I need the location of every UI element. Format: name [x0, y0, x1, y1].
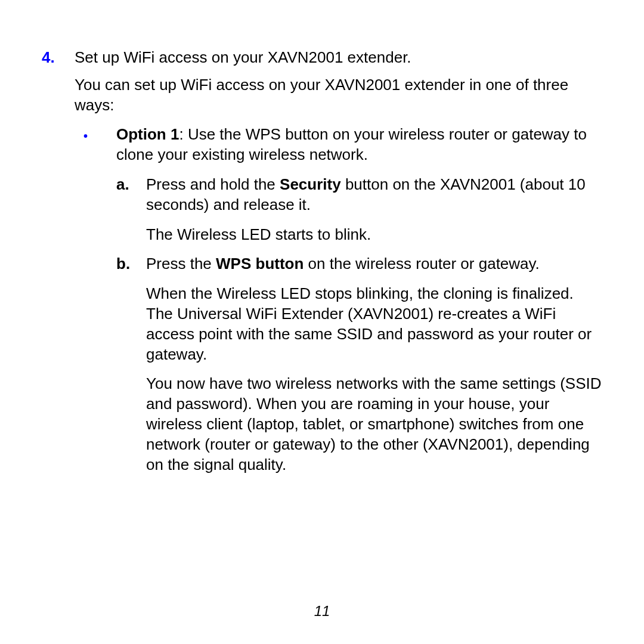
step-title: Set up WiFi access on your XAVN2001 exte… — [75, 48, 602, 68]
sub-b-pre: Press the — [146, 255, 216, 273]
sub-marker-a: a. — [116, 175, 146, 195]
sub-b-post: on the wireless router or gateway. — [304, 255, 539, 273]
sub-a-para1: The Wireless LED starts to blink. — [146, 225, 602, 245]
sublist: a. Press and hold the Security button on… — [116, 175, 602, 475]
page-number: 11 — [0, 602, 644, 620]
option-bullet: • Option 1: Use the WPS button on your w… — [83, 125, 602, 165]
step-description: You can set up WiFi access on your XAVN2… — [75, 75, 602, 116]
sub-b-para2: You now have two wireless networks with … — [146, 374, 602, 475]
step-item: 4. Set up WiFi access on your XAVN2001 e… — [42, 48, 602, 68]
sub-b-para1: When the Wireless LED stops blinking, th… — [146, 284, 602, 364]
sub-b-bold: WPS button — [216, 255, 304, 273]
sub-a-bold: Security — [280, 175, 341, 193]
sub-content-a: Press and hold the Security button on th… — [146, 175, 602, 244]
option-text: : Use the WPS button on your wireless ro… — [116, 125, 587, 163]
bullet-marker: • — [83, 125, 116, 144]
option-content: Option 1: Use the WPS button on your wir… — [116, 125, 602, 165]
step-number: 4. — [42, 48, 75, 68]
option-label: Option 1 — [116, 125, 179, 143]
sub-marker-b: b. — [116, 254, 146, 274]
sub-content-b: Press the WPS button on the wireless rou… — [146, 254, 602, 475]
sub-item-a: a. Press and hold the Security button on… — [116, 175, 602, 244]
sub-a-pre: Press and hold the — [146, 175, 280, 193]
sub-item-b: b. Press the WPS button on the wireless … — [116, 254, 602, 475]
